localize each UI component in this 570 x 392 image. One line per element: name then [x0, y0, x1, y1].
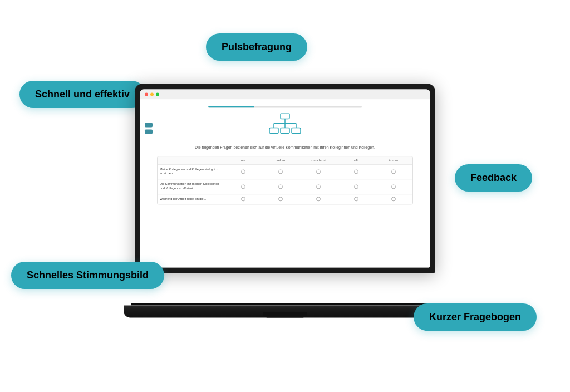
row-label-2: Die Kommunikation mit meinen Kolleginnen…: [158, 180, 224, 194]
bubble-feedback: Feedback: [455, 164, 532, 192]
bubble-stimmungsbild: Schnelles Stimmungsbild: [11, 262, 164, 289]
svg-rect-6: [269, 128, 278, 133]
progress-bar-area: [208, 106, 362, 107]
radio-cell[interactable]: [262, 195, 300, 204]
sidebar-item-mini-2: [145, 129, 153, 134]
laptop-base: [124, 305, 446, 317]
radio-cell[interactable]: [262, 182, 300, 191]
radio-cell[interactable]: [375, 182, 412, 191]
screen-body: Die folgenden Fragen beziehen sich auf d…: [140, 99, 430, 267]
sidebar-item-mini-1: [145, 122, 153, 127]
scene: Schnell und effektiv Pulsbefragung: [0, 0, 570, 392]
screen-sidebar: [145, 122, 153, 134]
radio-cell[interactable]: [375, 168, 412, 177]
survey-header-empty: [158, 156, 224, 164]
row-label-3: Während der Arbeit habe ich die...: [158, 194, 224, 204]
laptop-notch: [263, 312, 307, 317]
progress-fill: [208, 106, 254, 107]
survey-header-manchmal: manchmal: [299, 156, 337, 164]
radio-cell[interactable]: [299, 195, 337, 204]
screen-description: Die folgenden Fragen beziehen sich auf d…: [195, 145, 375, 150]
laptop: Die folgenden Fragen beziehen sich auf d…: [124, 84, 446, 317]
radio-cell[interactable]: [224, 182, 262, 191]
survey-table: nie selten manchmal oft immer Meine Koll…: [157, 156, 413, 204]
bubble-fragebogen: Kurzer Fragebogen: [414, 303, 537, 331]
org-chart-icon: [268, 113, 302, 140]
survey-header-immer: immer: [375, 156, 412, 164]
radio-cell[interactable]: [224, 195, 262, 204]
radio-cell[interactable]: [337, 195, 375, 204]
dot-yellow: [150, 92, 154, 96]
table-row: Meine Kolleginnen und Kollegen sind gut …: [158, 165, 412, 179]
row-label-1: Meine Kolleginnen und Kollegen sind gut …: [158, 165, 224, 179]
dot-red: [145, 92, 148, 96]
radio-cell[interactable]: [262, 168, 300, 177]
dot-green: [156, 92, 159, 96]
radio-cell[interactable]: [299, 182, 337, 191]
survey-header-nie: nie: [224, 156, 262, 164]
survey-header-selten: selten: [262, 156, 300, 164]
radio-cell[interactable]: [224, 168, 262, 177]
radio-cell[interactable]: [337, 168, 375, 177]
svg-rect-7: [281, 128, 289, 133]
laptop-screen-bezel: Die folgenden Fragen beziehen sich auf d…: [140, 89, 430, 267]
radio-cell[interactable]: [375, 195, 412, 204]
table-row: Die Kommunikation mit meinen Kolleginnen…: [158, 180, 412, 194]
svg-rect-8: [292, 128, 301, 133]
radio-cell[interactable]: [299, 168, 337, 177]
survey-header-oft: oft: [337, 156, 375, 164]
laptop-screen-outer: Die folgenden Fragen beziehen sich auf d…: [135, 84, 435, 273]
table-row: Während der Arbeit habe ich die...: [158, 194, 412, 204]
radio-cell[interactable]: [337, 182, 375, 191]
survey-header: nie selten manchmal oft immer: [158, 156, 412, 165]
screen-content: Die folgenden Fragen beziehen sich auf d…: [140, 89, 430, 267]
screen-topbar: [140, 89, 430, 99]
bubble-pulsbefragung: Pulsbefragung: [206, 33, 307, 61]
svg-rect-0: [281, 113, 289, 119]
